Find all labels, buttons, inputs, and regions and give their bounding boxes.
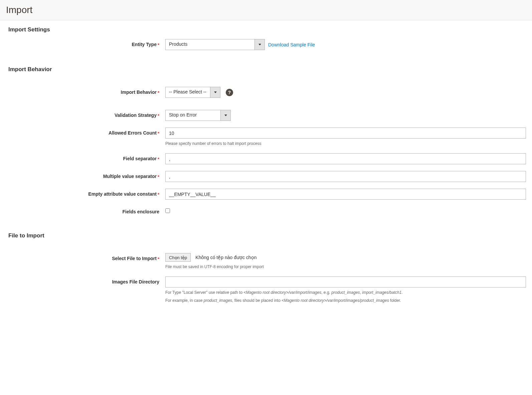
row-validation-strategy: Validation Strategy* Stop on Error [0,108,532,123]
chevron-down-icon [254,39,264,50]
page-header: Import [0,0,532,20]
fields-enclosure-checkbox[interactable] [165,208,170,213]
section-title-behavior: Import Behavior [0,60,532,77]
file-status-text: Không có tệp nào được chọn [195,255,256,260]
form-content: Import Settings Entity Type* Products Do… [0,20,532,316]
label-entity-type: Entity Type* [0,39,165,47]
label-allowed-errors: Allowed Errors Count* [0,128,165,136]
help-icon[interactable]: ? [226,89,233,96]
section-title-settings: Import Settings [0,20,532,37]
field-separator-input[interactable] [165,153,526,164]
required-star: * [158,256,159,261]
row-multi-separator: Multiple value separator* [0,169,532,184]
select-file-hint: File must be saved in UTF-8 encoding for… [165,264,526,270]
label-import-behavior: Import Behavior* [0,87,165,95]
row-empty-const: Empty attribute value constant* [0,187,532,202]
required-star: * [158,90,159,95]
multi-separator-input[interactable] [165,171,526,182]
row-fields-enclosure: Fields enclosure [0,204,532,218]
section-title-file: File to Import [0,226,532,243]
required-star: * [158,157,159,162]
chevron-down-icon [210,87,220,97]
label-field-separator: Field separator* [0,153,165,161]
label-multi-separator: Multiple value separator* [0,171,165,179]
allowed-errors-hint: Please specify number of errors to halt … [165,141,526,147]
images-dir-input[interactable] [165,276,526,287]
label-validation-strategy: Validation Strategy* [0,110,165,118]
required-star: * [158,131,159,136]
label-empty-const: Empty attribute value constant* [0,189,165,197]
row-allowed-errors: Allowed Errors Count* Please specify num… [0,126,532,149]
label-select-file: Select File to Import* [0,253,165,261]
row-images-dir: Images File Directory For Type "Local Se… [0,274,532,306]
label-fields-enclosure: Fields enclosure [0,206,165,214]
download-sample-file-link[interactable]: Download Sample File [268,42,315,47]
required-star: * [158,192,159,197]
import-behavior-select[interactable]: -- Please Select -- [165,87,220,98]
required-star: * [158,113,159,118]
page-title: Import [6,5,532,15]
row-import-behavior: Import Behavior* -- Please Select -- ? [0,85,532,100]
row-select-file: Select File to Import* Chọn tệp Không có… [0,251,532,272]
label-images-dir: Images File Directory [0,276,165,284]
row-field-separator: Field separator* [0,151,532,166]
empty-const-input[interactable] [165,189,526,200]
chevron-down-icon [220,110,230,121]
row-entity-type: Entity Type* Products Download Sample Fi… [0,37,532,52]
required-star: * [158,174,159,179]
required-star: * [158,42,159,47]
validation-strategy-select[interactable]: Stop on Error [165,110,231,121]
entity-type-select[interactable]: Products [165,39,265,50]
images-dir-hint-2: For example, in case product_images, fil… [165,298,526,304]
images-dir-hint-1: For Type "Local Server" use relative pat… [165,289,526,295]
allowed-errors-input[interactable] [165,128,526,139]
choose-file-button[interactable]: Chọn tệp [165,253,191,262]
